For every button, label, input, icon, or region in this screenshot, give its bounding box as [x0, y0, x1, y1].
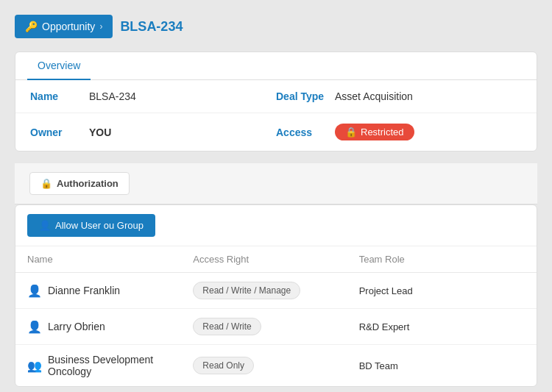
name-label: Name — [30, 90, 89, 102]
access-right-cell-dianne: Read / Write / Manage — [193, 282, 358, 299]
user-cell-bdo: 👥 Business Development Oncology — [27, 354, 193, 377]
table-header: Name Access Right Team Role — [15, 246, 537, 273]
chevron-right-icon: › — [99, 21, 102, 32]
owner-label: Owner — [30, 126, 89, 138]
deal-type-label: Deal Type — [276, 90, 335, 102]
allow-user-group-button[interactable]: 👤 Allow User ou Group — [27, 214, 155, 237]
user-name: Business Development Oncology — [48, 354, 193, 377]
col-access-header: Access Right — [193, 254, 358, 265]
access-right-cell-bdo: Read Only — [193, 357, 358, 374]
team-role-dianne: Project Lead — [359, 285, 525, 296]
allow-btn-label: Allow User ou Group — [55, 220, 144, 231]
access-restricted-badge: 🔒 Restricted — [335, 124, 414, 140]
user-icon: 👤 — [27, 284, 42, 298]
group-icon: 👥 — [27, 359, 42, 373]
access-badge-text: Restricted — [361, 126, 404, 138]
table-row: 👤 Larry Obrien Read / Write R&D Expert — [15, 309, 537, 345]
deal-type-value: Asset Acquisition — [335, 90, 413, 102]
access-badge-wrapper: 🔒 Restricted — [335, 124, 522, 140]
user-cell-dianne: 👤 Dianne Franklin — [27, 284, 193, 298]
authorization-section-header: 🔒 Authorization — [15, 163, 537, 204]
tab-bar: Overview — [15, 52, 537, 80]
owner-value: YOU — [89, 126, 276, 138]
user-add-icon: 👤 — [39, 220, 51, 231]
col-role-header: Team Role — [359, 254, 525, 265]
access-badge-dianne: Read / Write / Manage — [193, 282, 300, 299]
breadcrumb: 🔑 Opportunity › BLSA-234 — [15, 15, 537, 38]
authorization-card: 👤 Allow User ou Group Name Access Right … — [15, 204, 537, 387]
access-badge-bdo: Read Only — [193, 357, 254, 374]
authorization-tab[interactable]: 🔒 Authorization — [29, 172, 130, 195]
access-right-cell-larry: Read / Write — [193, 318, 358, 335]
auth-lock-icon: 🔒 — [40, 178, 52, 189]
opportunity-breadcrumb-button[interactable]: 🔑 Opportunity › — [15, 15, 113, 38]
access-badge-larry: Read / Write — [193, 318, 261, 335]
name-value: BLSA-234 — [89, 90, 276, 102]
access-label: Access — [276, 126, 335, 138]
auth-toolbar: 👤 Allow User ou Group — [15, 205, 537, 246]
tab-overview[interactable]: Overview — [27, 52, 91, 80]
user-icon: 👤 — [27, 320, 42, 334]
lock-badge-icon: 🔒 — [345, 126, 357, 138]
overview-card: Overview Name BLSA-234 Deal Type Asset A… — [15, 51, 537, 152]
owner-row: Owner YOU Access 🔒 Restricted — [15, 113, 537, 151]
table-row: 👤 Dianne Franklin Read / Write / Manage … — [15, 273, 537, 309]
user-name: Larry Obrien — [48, 321, 105, 332]
user-name: Dianne Franklin — [48, 285, 120, 296]
col-name-header: Name — [27, 254, 193, 265]
name-row: Name BLSA-234 Deal Type Asset Acquisitio… — [15, 80, 537, 113]
authorization-label: Authorization — [57, 178, 118, 189]
team-role-bdo: BD Team — [359, 360, 525, 371]
table-row: 👥 Business Development Oncology Read Onl… — [15, 345, 537, 386]
key-icon: 🔑 — [25, 21, 38, 32]
opportunity-label: Opportunity — [42, 21, 95, 32]
deal-type-value-wrapper: Asset Acquisition — [335, 90, 522, 102]
user-cell-larry: 👤 Larry Obrien — [27, 320, 193, 334]
team-role-larry: R&D Expert — [359, 321, 525, 332]
record-title: BLSA-234 — [120, 19, 183, 35]
